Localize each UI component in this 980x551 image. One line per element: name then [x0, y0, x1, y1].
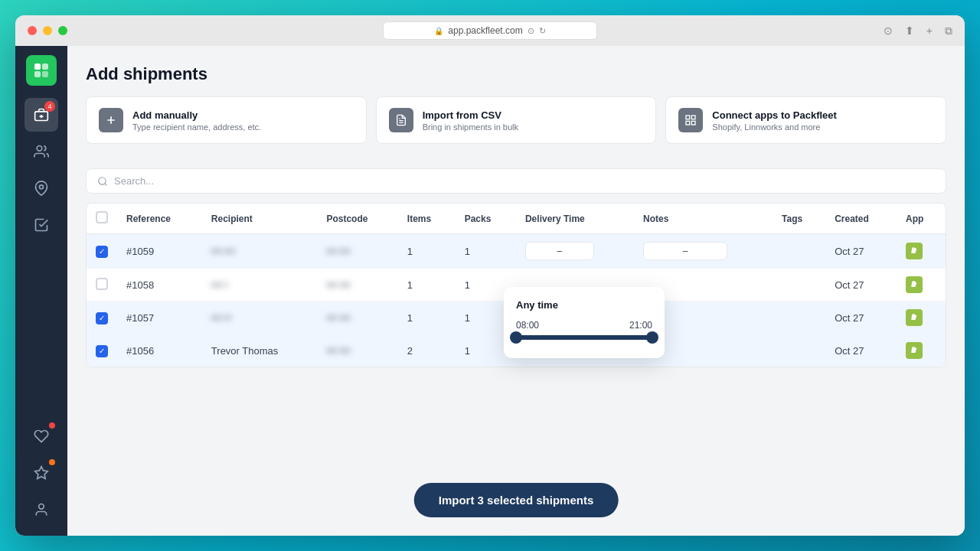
sidebar-item-routes[interactable] [24, 171, 58, 205]
shopify-icon [906, 309, 923, 326]
history-icon[interactable]: ⊙ [884, 24, 893, 37]
svg-rect-18 [686, 121, 690, 125]
col-created: Created [825, 204, 897, 234]
recipient-1056: Trevor Thomas [202, 334, 318, 367]
slider-fill [516, 335, 652, 340]
svg-point-8 [40, 185, 44, 189]
sidebar-item-profile[interactable] [24, 493, 58, 527]
sidebar-bottom [24, 419, 58, 527]
delivery-1059[interactable] [516, 234, 634, 269]
new-tab-icon[interactable]: + [926, 24, 933, 37]
app-1056 [897, 334, 946, 367]
ref-1057: #1057 [117, 302, 202, 334]
ref-1059: #1059 [117, 234, 202, 269]
postcode-1057: ••• ••• [317, 302, 397, 334]
search-bar[interactable]: Search... [86, 168, 946, 194]
tags-1058 [773, 269, 825, 302]
minimize-button[interactable] [43, 26, 52, 35]
card-connect-apps[interactable]: Connect apps to Packfleet Shopify, Linnw… [665, 96, 946, 144]
card-add-manually[interactable]: Add manually Type recipient name, addres… [86, 96, 367, 144]
sidebar-item-shipments[interactable]: 4 [24, 98, 58, 132]
connect-icon [678, 108, 703, 132]
slider-thumb-right[interactable] [646, 331, 658, 344]
url-text: app.packfleet.com [448, 25, 522, 36]
svg-rect-15 [686, 116, 690, 119]
sidebar-item-tasks[interactable] [24, 208, 58, 242]
recipient-1058: ••• • [202, 269, 318, 302]
postcode-1056: ••• ••• [317, 334, 397, 367]
col-tags: Tags [773, 204, 825, 234]
shipments-badge: 4 [44, 101, 55, 112]
tags-1056 [773, 334, 825, 367]
row-checkbox-1057[interactable] [96, 312, 108, 324]
recipient-1059: ••• ••• [202, 234, 318, 269]
shopify-icon [906, 276, 923, 293]
svg-point-19 [99, 177, 106, 184]
row-checkbox-1058[interactable] [96, 278, 108, 290]
col-items: Items [398, 204, 456, 234]
col-delivery-time: Delivery Time [516, 204, 634, 234]
content-area: Add shipments Add manually Type recipien… [67, 46, 965, 536]
created-1058: Oct 27 [825, 269, 897, 302]
col-recipient: Recipient [202, 204, 318, 234]
select-all-checkbox[interactable] [96, 211, 108, 223]
tags-1059 [773, 234, 825, 269]
app-window: 🔒 app.packfleet.com ⊙ ↻ ⊙ ⬆ + ⧉ [15, 15, 965, 536]
option-cards: Add manually Type recipient name, addres… [86, 96, 946, 144]
time-start: 08:00 [516, 320, 539, 331]
import-button-container: Import 3 selected shipments [414, 483, 619, 517]
col-reference: Reference [117, 204, 202, 234]
share-action-icon[interactable]: ⬆ [905, 24, 914, 37]
shopify-icon [906, 342, 923, 359]
close-button[interactable] [28, 26, 37, 35]
app-1058 [897, 269, 946, 302]
col-postcode: Postcode [317, 204, 397, 234]
ref-1056: #1056 [117, 334, 202, 367]
titlebar: 🔒 app.packfleet.com ⊙ ↻ ⊙ ⬆ + ⧉ [15, 15, 965, 46]
sidebar-item-notifications[interactable] [24, 419, 58, 453]
created-1056: Oct 27 [825, 334, 897, 367]
svg-rect-3 [42, 71, 48, 77]
created-1057: Oct 27 [825, 302, 897, 334]
sidebar-item-sparkle[interactable] [24, 456, 58, 490]
items-1057: 1 [398, 302, 456, 334]
maximize-button[interactable] [58, 26, 67, 35]
add-icon [99, 108, 123, 132]
col-notes: Notes [634, 204, 773, 234]
app-1059 [897, 234, 946, 269]
svg-rect-16 [692, 116, 696, 119]
notes-input-1059[interactable] [643, 242, 727, 260]
items-1059: 1 [398, 234, 456, 269]
card-import-csv[interactable]: Import from CSV Bring in shipments in bu… [376, 96, 657, 144]
card-connect-desc: Shopify, Linnworks and more [712, 122, 837, 132]
main-layout: 4 [15, 46, 965, 536]
svg-marker-9 [35, 467, 48, 479]
tags-1057 [773, 302, 825, 334]
search-placeholder: Search... [114, 175, 154, 187]
page-header: Add shipments Add manually Type recipien… [67, 46, 965, 168]
lock-icon: 🔒 [434, 27, 443, 35]
packs-1059: 1 [456, 234, 516, 269]
tabs-icon[interactable]: ⧉ [945, 24, 952, 37]
svg-rect-17 [692, 121, 696, 125]
card-add-manually-desc: Type recipient name, address, etc. [132, 122, 261, 132]
postcode-1058: ••• ••• [317, 269, 397, 302]
sidebar-logo [26, 55, 57, 86]
sidebar-item-team[interactable] [24, 135, 58, 168]
delivery-time-input-1059[interactable] [525, 242, 594, 260]
slider-thumb-left[interactable] [510, 331, 522, 344]
svg-rect-2 [34, 71, 41, 77]
col-app: App [897, 204, 946, 234]
import-button[interactable]: Import 3 selected shipments [414, 483, 619, 517]
row-checkbox-1056[interactable] [96, 345, 108, 357]
delivery-time-dropdown: Any time 08:00 21:00 [504, 287, 665, 358]
items-1058: 1 [398, 269, 456, 302]
notes-1059[interactable] [634, 234, 773, 269]
row-checkbox-1059[interactable] [96, 246, 108, 258]
card-csv-title: Import from CSV [423, 109, 518, 121]
csv-icon [389, 108, 413, 132]
url-bar[interactable]: 🔒 app.packfleet.com ⊙ ↻ [383, 21, 597, 40]
items-1056: 2 [398, 334, 456, 367]
refresh-icon: ↻ [539, 26, 546, 36]
titlebar-actions: ⊙ ⬆ + ⧉ [884, 24, 952, 37]
